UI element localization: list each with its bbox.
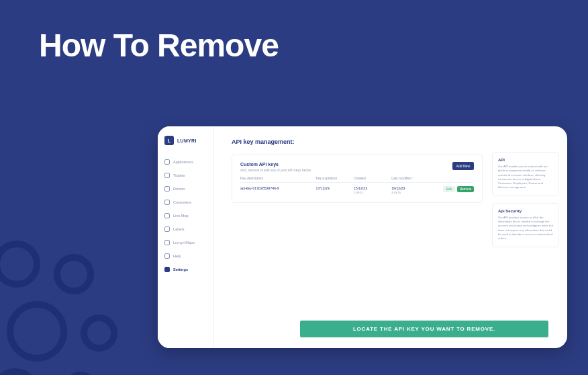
- sidebar-item-label: Customers: [173, 200, 191, 204]
- content: API key management: Custom API keys Add,…: [214, 126, 492, 348]
- col-expiration: Key expiration: [316, 176, 354, 180]
- sidebar-item-customers[interactable]: Customers: [158, 196, 213, 208]
- sidebar-item-drivers[interactable]: Drivers: [158, 183, 213, 195]
- labels-icon: [164, 226, 170, 232]
- sidebar-item-labels[interactable]: Labels: [158, 223, 213, 235]
- col-modified[interactable]: Last modified ↑: [391, 176, 436, 180]
- key-created: 15/12/23: [354, 186, 391, 190]
- sidebar-item-label: Live Map: [173, 214, 189, 218]
- edit-button[interactable]: Edit: [443, 186, 455, 192]
- maps-icon: [164, 240, 170, 245]
- sidebar-item-label: Drivers: [173, 187, 185, 191]
- info-body: Our API provides access to all of the in…: [498, 216, 553, 241]
- remove-button[interactable]: Remove: [457, 186, 474, 192]
- decorative-circles: [0, 220, 134, 375]
- sidebar-item-maps[interactable]: Lumyri Maps: [158, 237, 213, 249]
- sidebar-item-livemap[interactable]: Live Map: [158, 210, 213, 222]
- card-title: Custom API keys: [240, 162, 311, 167]
- app-window: L LUMYRI Applications Tickets Drivers Cu…: [158, 126, 567, 348]
- sidebar-item-settings[interactable]: Settings: [158, 263, 213, 276]
- keys-table: Key description Key expiration Created L…: [240, 176, 474, 194]
- col-created: Created: [354, 176, 391, 180]
- sidebar-item-label: Settings: [173, 267, 188, 272]
- api-keys-card: Custom API keys Add, remove or edit any …: [232, 155, 483, 203]
- map-icon: [164, 213, 170, 218]
- sidebar-item-label: Applications: [173, 160, 193, 164]
- help-icon: [164, 253, 170, 259]
- key-created-time: 2:33:15: [354, 191, 391, 194]
- main: API key management: Custom API keys Add,…: [214, 126, 567, 348]
- info-title: API: [498, 158, 553, 162]
- info-api: API Our API enables you to interact with…: [492, 152, 559, 196]
- card-subtitle: Add, remove or edit any of your API keys…: [240, 168, 311, 172]
- key-modified: 19/12/23: [391, 186, 436, 190]
- key-description: api-key-013028539746-9: [240, 186, 316, 190]
- sidebar: L LUMYRI Applications Tickets Drivers Cu…: [158, 126, 214, 348]
- table-row: api-key-013028539746-9 17/12/23 15/12/23…: [240, 183, 474, 194]
- info-body: Our API enables you to interact with our…: [498, 165, 553, 190]
- info-security: Api Security Our API provides access to …: [492, 203, 559, 247]
- add-new-button[interactable]: Add New: [452, 162, 474, 170]
- customers-icon: [164, 200, 170, 205]
- sidebar-item-label: Help: [173, 254, 181, 258]
- key-modified-time: 4:33:15: [391, 191, 436, 194]
- instruction-banner: LOCATE THE API KEY YOU WANT TO REMOVE.: [300, 321, 548, 337]
- nav: Applications Tickets Drivers Customers L…: [158, 153, 213, 278]
- col-description: Key description: [240, 176, 316, 180]
- tickets-icon: [164, 173, 170, 178]
- sidebar-item-help[interactable]: Help: [158, 250, 213, 262]
- sidebar-item-applications[interactable]: Applications: [158, 156, 213, 168]
- brand-icon: L: [164, 136, 174, 145]
- brand-name: LUMYRI: [177, 138, 197, 143]
- brand: L LUMYRI: [158, 136, 213, 153]
- sidebar-item-label: Labels: [173, 227, 184, 231]
- gear-icon: [164, 267, 170, 272]
- applications-icon: [164, 159, 170, 165]
- page-title: API key management:: [232, 138, 483, 145]
- sidebar-item-label: Lumyri Maps: [173, 241, 195, 245]
- right-panel: API Our API enables you to interact with…: [492, 126, 567, 348]
- info-title: Api Security: [498, 209, 553, 213]
- sidebar-item-tickets[interactable]: Tickets: [158, 169, 213, 181]
- drivers-icon: [164, 186, 170, 192]
- table-header: Key description Key expiration Created L…: [240, 176, 474, 183]
- key-expiration: 17/12/23: [316, 186, 354, 190]
- slide-title: How To Remove: [39, 27, 279, 64]
- sidebar-item-label: Tickets: [173, 173, 185, 177]
